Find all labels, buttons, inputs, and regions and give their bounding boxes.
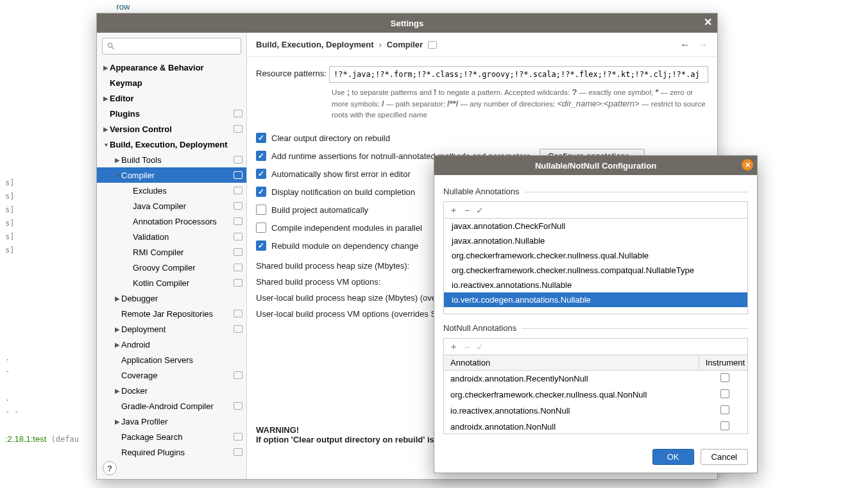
- settings-title: Settings: [391, 19, 423, 28]
- nullable-toolbar: ＋ − ✓: [443, 201, 748, 218]
- tree-item[interactable]: Plugins: [97, 106, 246, 121]
- tree-item[interactable]: ▶Debugger: [97, 290, 246, 306]
- tree-item[interactable]: ▶Build Tools: [97, 152, 246, 167]
- tree-item-label: Java Profiler: [121, 417, 243, 426]
- check-icon[interactable]: ✓: [476, 205, 484, 215]
- nullable-titlebar[interactable]: Nullable/NotNull Configuration ✕: [434, 156, 757, 175]
- chevron-icon: ▾: [114, 172, 121, 179]
- checkbox[interactable]: [256, 169, 266, 179]
- scope-badge-icon: [234, 233, 243, 240]
- chevron-icon: ▾: [102, 141, 110, 148]
- chevron-icon: ▶: [102, 64, 110, 71]
- instrument-checkbox[interactable]: [720, 373, 729, 382]
- list-item[interactable]: io.reactivex.annotations.Nullable: [444, 278, 747, 292]
- annotation-cell: androidx.annotation.RecentlyNonNull: [444, 371, 699, 387]
- notnull-section-title: NotNull Annotations: [443, 323, 748, 333]
- close-icon[interactable]: ✕: [704, 16, 712, 28]
- tree-item[interactable]: ▾Build, Execution, Deployment: [97, 137, 246, 152]
- breadcrumb-a[interactable]: Build, Execution, Deployment: [256, 40, 373, 49]
- tree-item[interactable]: Application Servers: [97, 352, 246, 367]
- checkbox-label: Automatically show first error in editor: [271, 169, 411, 179]
- checkbox[interactable]: [256, 133, 266, 143]
- tree-item[interactable]: Groovy Compiler: [97, 260, 246, 275]
- help-icon[interactable]: ?: [103, 461, 117, 475]
- tree-item[interactable]: ▶Editor: [97, 90, 246, 106]
- table-row[interactable]: io.reactivex.annotations.NonNull: [444, 403, 748, 419]
- tree-item[interactable]: ▾Compiler: [97, 167, 246, 183]
- checkbox-label: Compile independent modules in parallel: [271, 223, 422, 233]
- tree-item[interactable]: Annotation Processors: [97, 214, 246, 229]
- search-icon: [106, 42, 115, 51]
- tree-item[interactable]: ▶Android: [97, 337, 246, 352]
- checkbox[interactable]: [256, 240, 266, 251]
- checkbox[interactable]: [256, 151, 266, 161]
- col-annotation[interactable]: Annotation: [444, 355, 699, 371]
- tree-item-label: Version Control: [110, 124, 234, 134]
- tree-item[interactable]: ▶Version Control: [97, 121, 246, 137]
- checkbox[interactable]: [256, 223, 266, 233]
- settings-tree[interactable]: ▶Appearance & BehaviorKeymap▶EditorPlugi…: [97, 60, 246, 479]
- checkbox[interactable]: [256, 187, 266, 197]
- settings-search-input[interactable]: [118, 42, 237, 51]
- tree-item-label: Remote Jar Repositories: [121, 309, 234, 319]
- tree-item-label: Debugger: [121, 294, 243, 303]
- scope-badge-icon: [428, 41, 437, 49]
- scope-badge-icon: [234, 110, 243, 117]
- resource-patterns-input[interactable]: [329, 66, 708, 83]
- scope-badge-icon: [234, 448, 243, 456]
- checkbox[interactable]: [256, 205, 266, 215]
- scope-badge-icon: [234, 264, 243, 271]
- tree-item[interactable]: Keymap: [97, 75, 246, 90]
- tree-item[interactable]: ▶Java Profiler: [97, 414, 246, 429]
- list-item[interactable]: javax.annotation.CheckForNull: [444, 219, 747, 233]
- tree-item[interactable]: ▶Deployment: [97, 321, 246, 337]
- close-icon[interactable]: ✕: [742, 159, 753, 171]
- tree-item[interactable]: ▶Docker: [97, 383, 246, 398]
- resource-patterns-hint: Use ; to separate patterns and ! to nega…: [332, 87, 708, 120]
- list-item[interactable]: org.checkerframework.checker.nullness.co…: [444, 263, 747, 278]
- nullable-list[interactable]: javax.annotation.CheckForNulljavax.annot…: [443, 218, 748, 314]
- table-row[interactable]: androidx.annotation.NonNull: [444, 419, 748, 434]
- tree-item[interactable]: Validation: [97, 229, 246, 244]
- checkbox-label: Clear output directory on rebuild: [271, 133, 390, 143]
- check-icon: ✓: [476, 342, 484, 352]
- cancel-button[interactable]: Cancel: [701, 449, 748, 465]
- settings-search[interactable]: [102, 38, 241, 55]
- tree-item[interactable]: Required Plugins: [97, 444, 246, 460]
- warning-title: WARNING!: [256, 425, 299, 435]
- add-icon[interactable]: ＋: [449, 341, 458, 353]
- nav-back-icon[interactable]: ←: [680, 39, 690, 51]
- tree-item-label: Groovy Compiler: [133, 263, 234, 273]
- tree-item[interactable]: ▶Appearance & Behavior: [97, 60, 246, 75]
- tree-item[interactable]: Kotlin Compiler: [97, 275, 246, 290]
- settings-titlebar[interactable]: Settings ✕: [97, 13, 717, 33]
- nullable-section-title: Nullable Annotations: [443, 187, 748, 196]
- ok-button[interactable]: OK: [652, 449, 694, 465]
- instrument-checkbox[interactable]: [720, 389, 729, 398]
- tree-item[interactable]: Excludes: [97, 183, 246, 198]
- list-item[interactable]: io.vertx.codegen.annotations.Nullable: [444, 292, 747, 307]
- table-row[interactable]: org.checkerframework.checker.nullness.qu…: [444, 387, 748, 403]
- tree-item-label: Gradle-Android Compiler: [121, 401, 234, 411]
- scope-badge-icon: [234, 156, 243, 164]
- list-item[interactable]: javax.annotation.Nullable: [444, 233, 747, 248]
- tree-item[interactable]: Java Compiler: [97, 198, 246, 214]
- col-instrument[interactable]: Instrument: [699, 355, 748, 371]
- tree-item-label: Application Servers: [121, 355, 243, 365]
- remove-icon[interactable]: −: [464, 205, 470, 215]
- instrument-checkbox[interactable]: [720, 421, 729, 430]
- tree-item-label: Deployment: [121, 324, 234, 334]
- checkbox-label: Build project automatically: [271, 205, 368, 215]
- list-item[interactable]: org.checkerframework.checker.nullness.qu…: [444, 248, 747, 263]
- tree-item[interactable]: Coverage: [97, 367, 246, 383]
- tree-item[interactable]: Remote Jar Repositories: [97, 306, 246, 321]
- add-icon[interactable]: ＋: [449, 205, 458, 216]
- tree-item[interactable]: RMI Compiler: [97, 244, 246, 260]
- tree-item[interactable]: Package Search: [97, 429, 246, 444]
- annotation-cell: androidx.annotation.NonNull: [444, 419, 699, 434]
- table-row[interactable]: androidx.annotation.RecentlyNonNull: [444, 371, 748, 387]
- notnull-table[interactable]: Annotation Instrument androidx.annotatio…: [443, 355, 748, 434]
- tree-item[interactable]: Gradle-Android Compiler: [97, 398, 246, 414]
- tree-item-label: Java Compiler: [133, 201, 234, 211]
- instrument-checkbox[interactable]: [720, 405, 729, 414]
